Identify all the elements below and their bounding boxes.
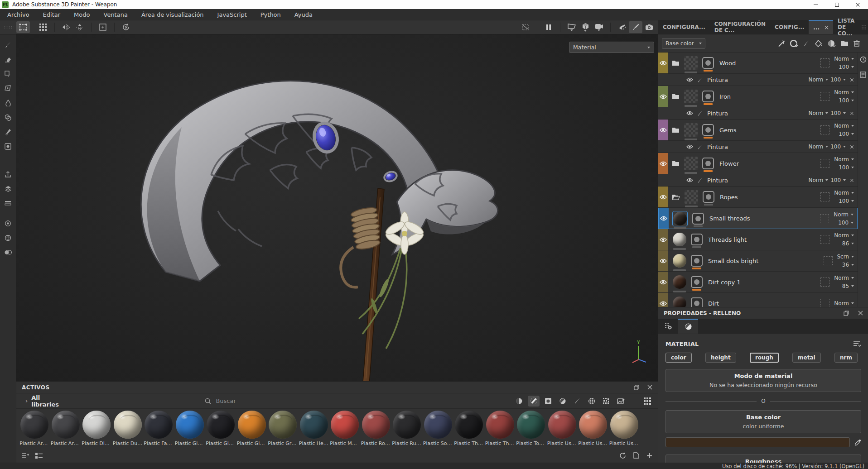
- pause-engine-button[interactable]: [542, 21, 555, 33]
- add-icon[interactable]: [646, 453, 652, 459]
- list-view-icon[interactable]: [22, 453, 29, 459]
- add-smart-material-icon[interactable]: [777, 39, 785, 47]
- folder-icon[interactable]: [672, 60, 680, 66]
- layer-name[interactable]: Small threads: [709, 215, 750, 222]
- sublayer-name[interactable]: Pintura: [707, 177, 728, 184]
- close-tab-icon[interactable]: [824, 25, 829, 30]
- effect-slot[interactable]: [824, 256, 833, 265]
- channel-height-button[interactable]: height: [705, 353, 736, 363]
- effect-slot[interactable]: [820, 235, 829, 244]
- remove-effect-icon[interactable]: [850, 178, 854, 182]
- opacity-dropdown[interactable]: 100: [830, 177, 841, 183]
- add-fill-layer-icon[interactable]: [815, 40, 823, 47]
- menu-area-visualizacion[interactable]: Área de visualización: [141, 11, 204, 18]
- effect-slot[interactable]: [820, 299, 829, 307]
- layer-sphere-thumbnail[interactable]: [673, 275, 686, 289]
- float-panel-icon[interactable]: [844, 311, 849, 316]
- blend-mode-dropdown[interactable]: Norm: [834, 300, 854, 306]
- folder-icon[interactable]: [672, 127, 680, 133]
- mask-thumbnail[interactable]: [684, 90, 698, 103]
- layer-name[interactable]: Dirt: [708, 300, 719, 307]
- layer-name[interactable]: Gems: [719, 127, 737, 134]
- material-thumbnail[interactable]: [702, 57, 714, 69]
- remove-effect-icon[interactable]: [850, 145, 854, 149]
- environment-icon[interactable]: [2, 232, 14, 244]
- material-swatch[interactable]: Plastic Rou...: [361, 411, 392, 449]
- material-swatch[interactable]: Plastic Glo...: [174, 411, 206, 449]
- blend-mode-dropdown[interactable]: Norm: [834, 56, 854, 62]
- search-input[interactable]: Buscar: [205, 397, 513, 404]
- blend-mode-dropdown[interactable]: Scrn: [837, 254, 854, 260]
- add-folder-icon[interactable]: [841, 40, 849, 46]
- visibility-eye-icon[interactable]: [660, 195, 667, 200]
- material-thumbnail[interactable]: [702, 91, 714, 102]
- float-panel-icon[interactable]: [634, 385, 639, 390]
- close-button[interactable]: [847, 0, 868, 9]
- material-swatch[interactable]: Plastic Arm...: [50, 411, 82, 449]
- filter-smart-masks-icon[interactable]: [542, 396, 554, 407]
- menu-ventana[interactable]: Ventana: [104, 11, 128, 18]
- effect-slot[interactable]: [820, 58, 829, 67]
- sublayer-name[interactable]: Pintura: [707, 144, 728, 150]
- channel-filter-dropdown[interactable]: Base color: [662, 38, 705, 49]
- material-swatch[interactable]: Plastic Tool...: [516, 411, 547, 449]
- shelf-icon[interactable]: [2, 197, 14, 209]
- material-thumbnail[interactable]: [702, 124, 714, 136]
- expand-chevron-icon[interactable]: ›: [25, 397, 28, 404]
- opacity-dropdown[interactable]: 100: [839, 97, 854, 104]
- screenshot-camera-button[interactable]: [642, 21, 656, 33]
- material-swatch[interactable]: Plastic Dusty: [112, 411, 144, 449]
- material-swatch[interactable]: Plastic Matte: [329, 411, 361, 449]
- layer-name[interactable]: Flower: [719, 160, 739, 167]
- menu-javascript[interactable]: JavaScript: [217, 11, 247, 18]
- opacity-dropdown[interactable]: 100: [830, 77, 841, 83]
- viewport-3d[interactable]: Material Y: [16, 34, 658, 381]
- tab-configuracion-1[interactable]: CONFIGURA...: [658, 20, 710, 34]
- effect-slot[interactable]: [820, 192, 829, 201]
- visibility-eye-icon[interactable]: [686, 77, 693, 82]
- opacity-dropdown[interactable]: 100: [839, 131, 854, 137]
- material-picker-tool-icon[interactable]: [2, 126, 14, 138]
- blend-mode-dropdown[interactable]: Norm: [834, 156, 854, 163]
- material-thumbnail[interactable]: [702, 158, 714, 169]
- close-panel-icon[interactable]: [858, 311, 863, 316]
- blend-mode-dropdown[interactable]: Norm: [808, 144, 823, 150]
- tab-material-properties[interactable]: [678, 319, 698, 334]
- layer-row-dirt-copy-1[interactable]: Dirt copy 1 Norm 85: [658, 272, 858, 293]
- material-swatch[interactable]: Plastic Grai...: [267, 411, 299, 449]
- mask-thumbnail[interactable]: [684, 123, 698, 137]
- layer-row-small-dots-bright[interactable]: Small dots bright Scrn 36: [658, 250, 858, 272]
- grid-view-icon[interactable]: [641, 396, 653, 407]
- layer-name[interactable]: Wood: [719, 60, 736, 67]
- filter-filters-icon[interactable]: [557, 396, 569, 407]
- log-panel-icon[interactable]: [860, 72, 866, 78]
- clone-tool-icon[interactable]: [2, 111, 14, 123]
- menu-modo[interactable]: Modo: [74, 11, 90, 18]
- sublayer-row-pintura[interactable]: Pintura Norm 100: [658, 141, 858, 153]
- tab-configuracion-3[interactable]: CONFIG...: [770, 20, 809, 34]
- visibility-eye-icon[interactable]: [686, 111, 693, 115]
- visibility-eye-icon[interactable]: [660, 128, 667, 133]
- material-mode-selector[interactable]: Modo de material No se ha seleccionado n…: [665, 369, 861, 392]
- layer-sphere-thumbnail[interactable]: [673, 297, 686, 307]
- opacity-dropdown[interactable]: 86: [842, 240, 854, 247]
- effect-slot[interactable]: [820, 125, 829, 134]
- visibility-eye-icon[interactable]: [686, 144, 693, 149]
- material-thumbnail[interactable]: [691, 234, 703, 245]
- layer-row-iron[interactable]: Iron Norm 100: [658, 86, 858, 107]
- paint-tool-icon[interactable]: [2, 39, 14, 51]
- visibility-eye-icon[interactable]: [686, 178, 693, 182]
- paint-brush-tool[interactable]: [629, 21, 642, 33]
- blend-mode-dropdown[interactable]: Norm: [834, 211, 854, 218]
- history-clock-icon[interactable]: [860, 56, 867, 63]
- tab-active-overflow[interactable]: ...: [809, 20, 833, 34]
- material-thumbnail[interactable]: [692, 213, 704, 225]
- layer-name[interactable]: Iron: [719, 93, 731, 100]
- menu-editar[interactable]: Editar: [43, 11, 61, 18]
- weapon-3d-model[interactable]: [16, 34, 658, 381]
- add-effect-icon[interactable]: [828, 40, 836, 47]
- visibility-eye-icon[interactable]: [660, 161, 667, 166]
- assets-icon[interactable]: [2, 246, 14, 258]
- material-swatch[interactable]: Plastic Thic...: [485, 411, 516, 449]
- layer-sphere-thumbnail[interactable]: [673, 254, 686, 268]
